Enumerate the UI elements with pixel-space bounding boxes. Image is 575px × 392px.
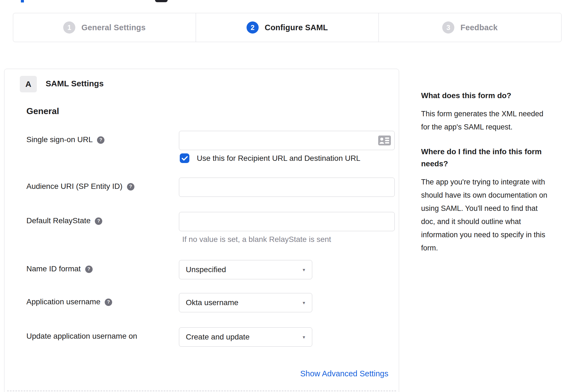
select-value: Okta username xyxy=(186,298,238,307)
help-icon[interactable]: ? xyxy=(97,136,104,144)
chevron-down-icon: ▼ xyxy=(302,267,306,272)
section-a-badge: A xyxy=(20,76,37,92)
recipient-url-checkbox-row[interactable]: Use this for Recipient URL and Destinati… xyxy=(180,153,360,163)
sidebar-heading-where: Where do I find the info this form needs… xyxy=(421,146,550,170)
panel-title: SAML Settings xyxy=(46,79,104,88)
sidebar-para-what: This form generates the XML needed for t… xyxy=(421,107,550,134)
sso-url-input[interactable] xyxy=(179,131,395,150)
help-sidebar: What does this form do? This form genera… xyxy=(421,90,550,267)
update-app-username-label: Update application username on xyxy=(26,332,137,341)
checkbox-checked[interactable] xyxy=(180,153,189,163)
show-advanced-settings-link[interactable]: Show Advanced Settings xyxy=(300,369,395,378)
wizard-stepper: 1 General Settings 2 Configure SAML 3 Fe… xyxy=(13,13,562,42)
step-label: General Settings xyxy=(81,23,146,32)
name-id-format-select[interactable]: Unspecified ▼ xyxy=(179,260,312,279)
sidebar-heading-what: What does this form do? xyxy=(421,90,550,102)
audience-uri-label: Audience URI (SP Entity ID) xyxy=(26,182,123,191)
step-number-badge: 2 xyxy=(247,21,259,34)
contact-card-icon xyxy=(378,136,391,145)
cutoff-title-fragment xyxy=(155,0,168,2)
cutoff-logo-fragment xyxy=(21,0,24,2)
step-feedback: 3 Feedback xyxy=(379,13,561,42)
step-configure-saml: 2 Configure SAML xyxy=(196,13,379,42)
select-value: Unspecified xyxy=(186,265,226,274)
help-icon[interactable]: ? xyxy=(85,266,93,273)
sso-url-label: Single sign-on URL xyxy=(26,135,93,144)
help-icon[interactable]: ? xyxy=(95,217,102,225)
relaystate-input[interactable] xyxy=(179,212,395,231)
step-label: Configure SAML xyxy=(265,23,328,32)
help-icon[interactable]: ? xyxy=(105,299,112,306)
update-app-username-select[interactable]: Create and update ▼ xyxy=(179,327,312,347)
audience-uri-input[interactable] xyxy=(179,178,395,197)
relaystate-hint: If no value is set, a blank RelayState i… xyxy=(182,235,395,244)
step-general-settings: 1 General Settings xyxy=(13,13,196,42)
chevron-down-icon: ▼ xyxy=(302,335,306,339)
chevron-down-icon: ▼ xyxy=(302,300,306,305)
select-value: Create and update xyxy=(186,333,250,341)
app-username-label: Application username xyxy=(26,297,100,306)
step-label: Feedback xyxy=(460,23,497,32)
saml-settings-panel: A SAML Settings General Single sign-on U… xyxy=(4,69,399,392)
name-id-format-label: Name ID format xyxy=(26,264,81,273)
relaystate-label: Default RelayState xyxy=(26,216,90,225)
sidebar-para-where: The app you're trying to integrate with … xyxy=(421,175,550,255)
help-icon[interactable]: ? xyxy=(127,183,134,191)
checkmark-icon xyxy=(182,156,188,161)
step-number-badge: 3 xyxy=(442,21,454,34)
section-dashed-divider xyxy=(7,391,396,391)
step-number-badge: 1 xyxy=(63,21,75,34)
checkbox-label: Use this for Recipient URL and Destinati… xyxy=(197,154,360,163)
app-username-select[interactable]: Okta username ▼ xyxy=(179,293,312,312)
general-section-heading: General xyxy=(26,106,59,116)
